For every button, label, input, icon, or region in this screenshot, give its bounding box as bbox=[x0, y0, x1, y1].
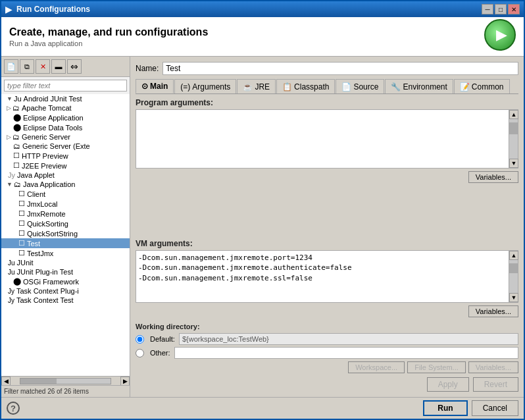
wd-default-label: Default: bbox=[150, 335, 175, 343]
client-icon: ☐ bbox=[18, 190, 25, 198]
tab-environment[interactable]: 🔧 Environment bbox=[385, 79, 453, 93]
arguments-tab-icon: (=) bbox=[180, 82, 190, 92]
tab-common[interactable]: 📝 Common bbox=[454, 79, 510, 93]
tree-item-eclipse-data[interactable]: ⬤ Eclipse Data Tools bbox=[1, 122, 130, 132]
run-arrow-icon: ▶ bbox=[496, 26, 507, 43]
tab-main[interactable]: ⊙ Main bbox=[136, 79, 174, 93]
wd-other-radio[interactable] bbox=[136, 349, 144, 357]
tab-label-classpath: Classpath bbox=[294, 82, 329, 92]
run-button[interactable]: Run bbox=[423, 400, 467, 416]
tree-item-quicksorting[interactable]: ☐ QuickSorting bbox=[1, 219, 130, 228]
vm-args-variables-button[interactable]: Variables... bbox=[468, 305, 518, 317]
tab-jre[interactable]: ☕ JRE bbox=[237, 79, 276, 93]
tab-classpath[interactable]: 📋 Classpath bbox=[276, 79, 335, 93]
collapse-all-button[interactable]: ⇔ bbox=[67, 59, 82, 74]
program-args-textarea[interactable] bbox=[136, 110, 509, 168]
workspace-button[interactable]: Workspace... bbox=[348, 361, 405, 373]
tree-item-generic-server-ext[interactable]: 🗂 Generic Server (Exte bbox=[1, 142, 130, 151]
tabs-row: ⊙ Main (=) Arguments ☕ JRE 📋 Classpath 📄 bbox=[136, 79, 518, 94]
junit-plugin-icon: Ju bbox=[8, 269, 15, 276]
wd-variables-button[interactable]: Variables... bbox=[468, 361, 518, 373]
scroll-down-button[interactable]: ▼ bbox=[509, 293, 518, 302]
minimize-button[interactable]: ─ bbox=[482, 4, 493, 14]
tree-item-junit[interactable]: Ju JUnit bbox=[1, 258, 130, 267]
tree-item-java-app[interactable]: ▼ 🗂 Java Application bbox=[1, 180, 130, 189]
scroll-up-button[interactable]: ▲ bbox=[509, 110, 518, 119]
quicksorting-icon: ☐ bbox=[18, 219, 25, 228]
tree-item-generic-server[interactable]: ▷ 🗂 Generic Server bbox=[1, 132, 130, 142]
tree-item-label: JmxRemote bbox=[27, 210, 66, 218]
tree-item-label: Apache Tomcat bbox=[22, 104, 72, 112]
tab-arguments[interactable]: (=) Arguments bbox=[174, 79, 236, 93]
jmxlocal-icon: ☐ bbox=[18, 199, 25, 208]
arguments-content: Program arguments: ▲ ▼ Variables... bbox=[136, 98, 518, 392]
new-config-button[interactable]: 📄 bbox=[4, 59, 18, 74]
tree-item-android-junit[interactable]: ▼ Ju Android JUnit Test bbox=[1, 94, 130, 103]
jre-tab-icon: ☕ bbox=[243, 82, 253, 92]
scroll-h-track bbox=[20, 378, 111, 384]
footer-buttons: Run Cancel bbox=[423, 400, 518, 416]
tab-label-main: Main bbox=[150, 82, 168, 91]
wd-default-radio[interactable] bbox=[136, 335, 144, 344]
cancel-button[interactable]: Cancel bbox=[472, 400, 518, 416]
tree-item-eclipse-app[interactable]: ⬤ Eclipse Application bbox=[1, 113, 130, 122]
tree-item-client[interactable]: ☐ Client bbox=[1, 189, 130, 199]
tree-item-label: Eclipse Data Tools bbox=[23, 124, 82, 132]
test-icon: ☐ bbox=[18, 239, 25, 248]
scroll-up-button[interactable]: ▲ bbox=[509, 251, 518, 260]
window-controls: ─ □ ✕ bbox=[482, 4, 520, 14]
scroll-right-button[interactable]: ▶ bbox=[120, 377, 130, 386]
generic-server-ext-icon: 🗂 bbox=[13, 142, 20, 150]
eclipse-data-icon: ⬤ bbox=[13, 123, 21, 132]
tree-item-jmxremote[interactable]: ☐ JmxRemote bbox=[1, 209, 130, 219]
tree-item-test[interactable]: ☐ Test bbox=[1, 238, 130, 248]
scroll-down-button[interactable]: ▼ bbox=[509, 159, 518, 168]
window-icon: ▶ bbox=[5, 4, 12, 14]
file-system-button[interactable]: File System... bbox=[407, 361, 466, 373]
tree-item-jmxlocal[interactable]: ☐ JmxLocal bbox=[1, 199, 130, 209]
tomcat-icon: 🗂 bbox=[12, 104, 20, 112]
tree-item-label: TestJmx bbox=[27, 249, 53, 257]
filter-input[interactable] bbox=[4, 80, 127, 92]
config-tree[interactable]: ▼ Ju Android JUnit Test ▷ 🗂 Apache Tomca… bbox=[1, 94, 130, 376]
tree-item-task-context-plugin[interactable]: Jy Task Context Plug-i bbox=[1, 286, 130, 296]
tree-item-quicksortstring[interactable]: ☐ QuickSortString bbox=[1, 228, 130, 238]
tree-item-apache-tomcat[interactable]: ▷ 🗂 Apache Tomcat bbox=[1, 103, 130, 113]
left-panel: 📄 ⧉ ✕ ▬ ⇔ ▼ Ju Android JUnit Test bbox=[1, 57, 130, 397]
wd-default-input[interactable] bbox=[179, 333, 518, 345]
filter-config-button[interactable]: ▬ bbox=[51, 59, 66, 74]
tree-item-task-context-test[interactable]: Jy Task Context Test bbox=[1, 296, 130, 305]
working-dir-section: Working directory: Default: Other: Works… bbox=[136, 323, 518, 373]
tab-source[interactable]: 📄 Source bbox=[336, 79, 384, 93]
run-icon: ▶ bbox=[484, 19, 516, 51]
delete-config-button[interactable]: ✕ bbox=[36, 59, 50, 74]
tab-label-arguments: Arguments bbox=[192, 82, 230, 92]
duplicate-config-button[interactable]: ⧉ bbox=[20, 59, 34, 74]
maximize-button[interactable]: □ bbox=[495, 4, 507, 14]
tree-item-junit-plugin[interactable]: Ju JUnit Plug-in Test bbox=[1, 267, 130, 276]
osgi-icon: ⬤ bbox=[13, 277, 21, 286]
task-context-plugin-icon: Jy bbox=[8, 288, 14, 295]
tree-item-java-applet[interactable]: Jy Java Applet bbox=[1, 171, 130, 180]
expand-icon: ▷ bbox=[7, 134, 11, 140]
help-button[interactable]: ? bbox=[7, 402, 20, 415]
program-args-variables-button[interactable]: Variables... bbox=[468, 171, 518, 183]
tree-item-http-preview[interactable]: ☐ HTTP Preview bbox=[1, 151, 130, 161]
scroll-left-button[interactable]: ◀ bbox=[1, 377, 11, 386]
tree-hscrollbar[interactable]: ◀ ▶ bbox=[1, 376, 130, 385]
header-area: Create, manage, and run configurations R… bbox=[1, 17, 524, 57]
wd-label: Working directory: bbox=[136, 323, 518, 330]
task-context-test-icon: Jy bbox=[8, 297, 14, 304]
tree-item-j2ee-preview[interactable]: ☐ J2EE Preview bbox=[1, 161, 130, 171]
tab-label-source: Source bbox=[353, 82, 378, 92]
classpath-tab-icon: 📋 bbox=[282, 82, 292, 92]
name-input[interactable] bbox=[162, 62, 518, 75]
program-args-btn-row: Variables... bbox=[136, 171, 518, 183]
apply-button[interactable]: Apply bbox=[427, 377, 469, 392]
tree-item-osgi[interactable]: ⬤ OSGi Framework bbox=[1, 276, 130, 286]
expand-icon: ▼ bbox=[7, 181, 12, 188]
close-button[interactable]: ✕ bbox=[508, 4, 520, 14]
tree-item-testjmx[interactable]: ☐ TestJmx bbox=[1, 248, 130, 258]
wd-other-input[interactable] bbox=[174, 347, 518, 359]
revert-button[interactable]: Revert bbox=[473, 377, 518, 392]
